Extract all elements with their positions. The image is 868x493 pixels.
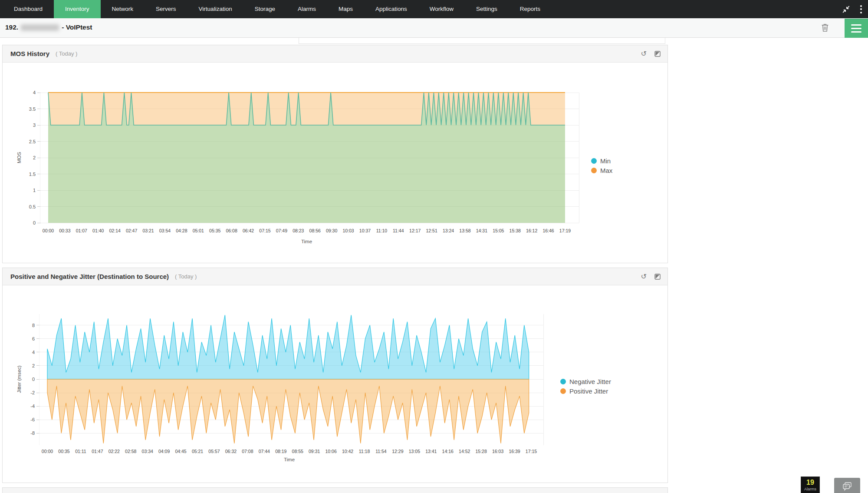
jitter-src-to-dest-panel: Positive and Negative Jitter (Source to …	[2, 487, 668, 493]
svg-text:01:47: 01:47	[92, 449, 103, 454]
max-legend-dot	[591, 168, 597, 173]
mos-chart-body: 00.511.522.533.5400:0000:3301:0701:4002:…	[3, 63, 667, 263]
svg-text:07:08: 07:08	[242, 449, 253, 454]
svg-text:02:14: 02:14	[109, 228, 121, 233]
svg-text:13:05: 13:05	[409, 449, 420, 454]
kebab-menu-icon[interactable]	[858, 3, 864, 15]
refresh-icon[interactable]: ↺	[641, 50, 647, 57]
svg-text:13:24: 13:24	[443, 228, 454, 233]
svg-text:04:45: 04:45	[175, 449, 186, 454]
top-navbar: Dashboard Inventory Network Servers Virt…	[0, 0, 868, 18]
positive-jitter-legend-label: Positive Jitter	[569, 387, 608, 395]
jitter-panel-period: ( Today )	[175, 273, 197, 280]
nav-item-dashboard[interactable]: Dashboard	[3, 0, 54, 18]
page-title: 192. - VoIPtest	[5, 23, 92, 31]
svg-text:-4: -4	[30, 404, 35, 409]
svg-text:10:06: 10:06	[325, 449, 336, 454]
svg-text:02:58: 02:58	[125, 449, 136, 454]
svg-text:07:44: 07:44	[259, 449, 270, 454]
svg-text:05:57: 05:57	[208, 449, 220, 454]
nav-item-applications[interactable]: Applications	[364, 0, 418, 18]
nav-item-inventory[interactable]: Inventory	[54, 0, 101, 18]
nav-item-network[interactable]: Network	[101, 0, 145, 18]
legend-item-max[interactable]: Max	[591, 167, 612, 174]
hamburger-icon	[851, 24, 861, 26]
svg-text:02:22: 02:22	[108, 449, 120, 454]
page: Dashboard Inventory Network Servers Virt…	[0, 0, 868, 493]
legend-item-negative-jitter[interactable]: Negative Jitter	[560, 378, 611, 385]
device-menu-button[interactable]	[845, 19, 868, 38]
collapse-fullscreen-icon[interactable]	[842, 6, 850, 13]
diagonal-split-icon[interactable]	[654, 51, 661, 57]
svg-text:00:00: 00:00	[43, 228, 54, 233]
legend-item-positive-jitter[interactable]: Positive Jitter	[560, 387, 611, 395]
nav-item-maps[interactable]: Maps	[327, 0, 364, 18]
svg-text:2: 2	[33, 155, 36, 160]
jitter2-panel-header: Positive and Negative Jitter (Source to …	[3, 488, 667, 493]
svg-text:3.5: 3.5	[29, 106, 36, 112]
svg-text:6: 6	[32, 336, 35, 341]
svg-text:09:31: 09:31	[309, 449, 320, 454]
min-legend-dot	[591, 158, 597, 164]
svg-text:2: 2	[32, 363, 35, 368]
jitter-dest-to-src-panel: Positive and Negative Jitter (Destinatio…	[2, 268, 668, 483]
alarm-count: 19	[801, 478, 819, 487]
refresh-icon[interactable]: ↺	[641, 273, 647, 280]
svg-text:10:37: 10:37	[359, 228, 371, 233]
positive-jitter-legend-dot	[560, 388, 566, 394]
svg-text:-8: -8	[30, 430, 35, 436]
nav-item-alarms[interactable]: Alarms	[286, 0, 327, 18]
nav-item-servers[interactable]: Servers	[145, 0, 187, 18]
svg-text:17:19: 17:19	[559, 228, 571, 233]
nav-item-settings[interactable]: Settings	[465, 0, 509, 18]
nav-item-workflow[interactable]: Workflow	[418, 0, 465, 18]
svg-text:11:10: 11:10	[376, 228, 388, 233]
negative-jitter-legend-label: Negative Jitter	[569, 378, 611, 385]
svg-text:05:01: 05:01	[193, 228, 204, 233]
svg-text:Time: Time	[284, 457, 295, 462]
redacted-ip	[21, 24, 59, 31]
diagonal-split-icon[interactable]	[654, 274, 661, 280]
svg-text:02:47: 02:47	[126, 228, 137, 233]
svg-text:00:33: 00:33	[59, 228, 70, 233]
svg-text:16:39: 16:39	[509, 449, 520, 454]
chat-button[interactable]	[834, 478, 860, 493]
svg-text:12:51: 12:51	[426, 228, 437, 233]
svg-text:01:07: 01:07	[76, 228, 87, 233]
svg-text:09:30: 09:30	[326, 228, 337, 233]
svg-text:00:35: 00:35	[58, 449, 69, 454]
svg-text:12:17: 12:17	[409, 228, 421, 233]
nav-item-reports[interactable]: Reports	[509, 0, 552, 18]
svg-text:0: 0	[33, 220, 36, 225]
device-titlebar: 192. - VoIPtest	[0, 18, 868, 38]
svg-text:3: 3	[33, 122, 36, 128]
svg-text:Jitter (msec): Jitter (msec)	[16, 365, 22, 393]
svg-text:16:46: 16:46	[542, 228, 554, 233]
mos-chart[interactable]: 00.511.522.533.5400:0000:3301:0701:4002:…	[3, 63, 667, 263]
svg-text:4: 4	[32, 350, 35, 355]
mos-legend: Min Max	[591, 157, 612, 174]
svg-text:8: 8	[32, 323, 35, 328]
legend-item-min[interactable]: Min	[591, 157, 612, 165]
jitter-panel-title: Positive and Negative Jitter (Destinatio…	[10, 273, 169, 280]
svg-text:05:35: 05:35	[209, 228, 220, 233]
delete-device-button[interactable]	[820, 23, 830, 35]
svg-text:08:23: 08:23	[293, 228, 304, 233]
svg-text:13:58: 13:58	[459, 228, 470, 233]
svg-text:2.5: 2.5	[29, 139, 36, 144]
mos-panel-period: ( Today )	[56, 50, 77, 57]
svg-text:1.5: 1.5	[29, 172, 36, 177]
jitter-legend: Negative Jitter Positive Jitter	[560, 378, 611, 395]
svg-text:11:18: 11:18	[359, 449, 370, 454]
svg-text:14:52: 14:52	[459, 449, 470, 454]
nav-item-virtualization[interactable]: Virtualization	[187, 0, 243, 18]
nav-item-storage[interactable]: Storage	[243, 0, 286, 18]
svg-text:16:03: 16:03	[492, 449, 503, 454]
svg-text:1: 1	[33, 188, 36, 193]
svg-text:13:41: 13:41	[425, 449, 437, 454]
svg-text:00:00: 00:00	[42, 449, 53, 454]
svg-text:01:40: 01:40	[92, 228, 104, 233]
alarms-badge[interactable]: 19 Alarms	[801, 476, 820, 493]
svg-text:-2: -2	[30, 390, 35, 395]
jitter-chart-body: -8-6-4-20246800:0000:3501:1101:4702:2202…	[3, 285, 667, 483]
